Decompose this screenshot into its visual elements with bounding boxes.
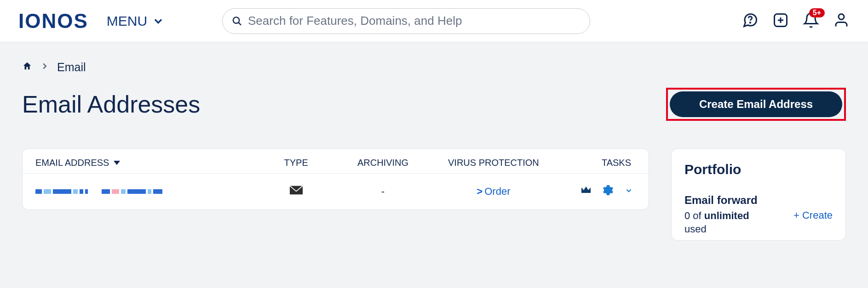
col-type[interactable]: TYPE	[257, 157, 336, 169]
tasks-cell	[557, 185, 636, 198]
gear-icon	[603, 185, 614, 196]
header-actions: 5+	[742, 12, 850, 30]
row-expand-button[interactable]	[625, 186, 633, 198]
col-virus[interactable]: VIRUS PROTECTION	[431, 157, 557, 169]
create-button-highlight: Create Email Address	[666, 88, 846, 121]
user-icon	[833, 12, 850, 28]
chevron-down-icon	[152, 15, 165, 28]
svg-point-0	[233, 17, 239, 23]
table-row[interactable]: - >Order	[23, 173, 649, 209]
chevron-down-icon	[625, 186, 633, 195]
create-forward-link[interactable]: + Create	[793, 209, 833, 221]
page-title: Email Addresses	[22, 90, 200, 118]
top-header: IONOS MENU 5+	[0, 0, 868, 42]
email-address-cell	[35, 189, 257, 194]
order-label: Order	[484, 186, 510, 197]
svg-point-2	[750, 22, 751, 23]
col-tasks: TASKS	[557, 157, 636, 169]
mail-icon	[290, 186, 303, 195]
brand-logo: IONOS	[18, 10, 88, 33]
forward-usage: 0 of unlimited used	[684, 209, 749, 236]
create-forward-label: Create	[802, 209, 833, 221]
breadcrumb-email[interactable]: Email	[57, 61, 86, 74]
svg-point-6	[839, 14, 844, 19]
menu-label: MENU	[107, 13, 147, 29]
crown-icon[interactable]	[581, 186, 592, 198]
notifications-button[interactable]: 5+	[803, 12, 819, 30]
create-email-button[interactable]: Create Email Address	[670, 91, 842, 117]
virus-cell: >Order	[431, 186, 557, 198]
breadcrumb-separator	[40, 61, 50, 74]
breadcrumb: Email	[22, 61, 846, 74]
plus-square-icon	[772, 12, 789, 28]
portfolio-card: Portfolio Email forward 0 of unlimited u…	[671, 148, 846, 241]
add-button[interactable]	[772, 12, 789, 30]
type-cell	[257, 186, 336, 198]
settings-gear-button[interactable]	[603, 185, 614, 198]
order-virus-link[interactable]: >Order	[477, 186, 510, 197]
email-table: EMAIL ADDRESS TYPE ARCHIVING VIRUS PROTE…	[22, 148, 649, 210]
chat-question-icon	[742, 12, 759, 28]
col-email-label: EMAIL ADDRESS	[35, 157, 109, 169]
search-input[interactable]	[248, 14, 581, 28]
search-icon	[232, 16, 242, 27]
help-chat-button[interactable]	[742, 12, 759, 30]
search-bar[interactable]	[222, 8, 590, 34]
home-icon	[22, 61, 32, 71]
chevron-right-icon	[40, 61, 50, 71]
notification-badge: 5+	[809, 8, 825, 17]
col-email-address[interactable]: EMAIL ADDRESS	[35, 157, 257, 169]
sort-desc-icon	[114, 161, 120, 165]
plus-icon: +	[793, 209, 799, 221]
breadcrumb-home[interactable]	[22, 61, 32, 74]
menu-button[interactable]: MENU	[107, 13, 165, 29]
col-archiving[interactable]: ARCHIVING	[335, 157, 430, 169]
archiving-cell: -	[335, 186, 430, 198]
portfolio-title: Portfolio	[684, 162, 833, 177]
table-header: EMAIL ADDRESS TYPE ARCHIVING VIRUS PROTE…	[23, 149, 649, 173]
svg-line-1	[238, 22, 241, 25]
profile-button[interactable]	[833, 12, 850, 30]
chevron-right-icon: >	[477, 186, 483, 197]
email-forward-label: Email forward	[684, 194, 833, 207]
